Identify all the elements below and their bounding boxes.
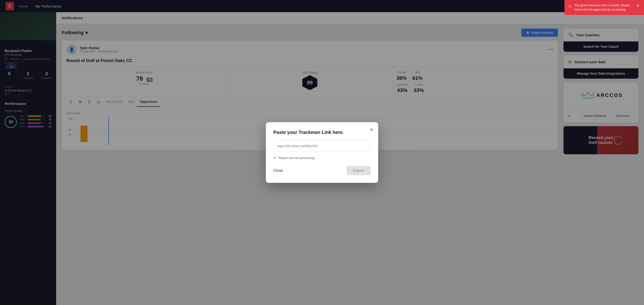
modal-close-x-button[interactable]: ✕ xyxy=(370,127,374,132)
warning-icon: ⚠ xyxy=(568,4,572,9)
success-row: ✔ Report sent for processing xyxy=(273,155,371,160)
modal-actions: Close Submit xyxy=(273,166,371,175)
error-message: The given trackman link is invalid. Plea… xyxy=(574,3,634,12)
modal-close-button[interactable]: Close xyxy=(273,167,283,174)
error-banner: ⚠ The given trackman link is invalid. Pl… xyxy=(564,0,644,15)
trackman-modal: Paste your Trackman Link here. ✕ ✔ Repor… xyxy=(266,122,378,183)
success-check-icon: ✔ xyxy=(273,155,277,160)
success-message: Report sent for processing xyxy=(279,156,314,160)
modal-submit-button[interactable]: Submit xyxy=(346,166,371,175)
modal-overlay: Paste your Trackman Link here. ✕ ✔ Repor… xyxy=(0,0,644,305)
trackman-link-input[interactable] xyxy=(273,141,371,152)
modal-title: Paste your Trackman Link here. xyxy=(273,130,371,135)
error-close-button[interactable]: ✕ xyxy=(636,3,639,8)
